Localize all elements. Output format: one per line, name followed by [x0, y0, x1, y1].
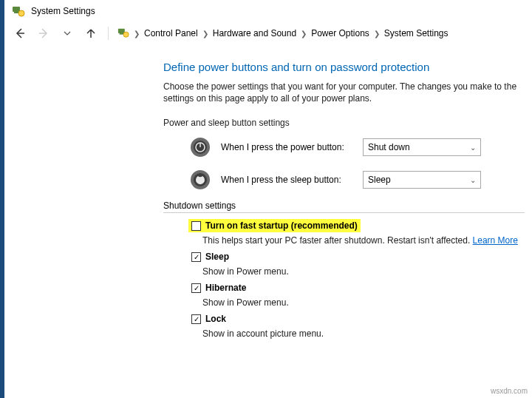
- lock-row: ✓ Lock: [188, 312, 525, 326]
- window-title: System Settings: [31, 6, 95, 16]
- sleep-button-dropdown[interactable]: Sleep ⌄: [363, 171, 481, 189]
- chevron-right-icon: ❯: [374, 30, 380, 38]
- fast-startup-desc: This helps start your PC faster after sh…: [202, 235, 525, 246]
- dropdown-value: Sleep: [368, 175, 391, 185]
- sleep-title: Sleep: [205, 252, 229, 262]
- chevron-right-icon: ❯: [134, 30, 140, 38]
- hibernate-row: ✓ Hibernate: [188, 281, 525, 294]
- hibernate-checkbox[interactable]: ✓: [191, 283, 201, 293]
- shutdown-heading: Shutdown settings: [163, 200, 525, 213]
- power-options-icon: [117, 27, 129, 41]
- sleep-row: ✓ Sleep: [188, 250, 525, 263]
- up-button[interactable]: [83, 25, 99, 41]
- nav-toolbar: ❯ Control Panel ❯ Hardware and Sound ❯ P…: [4, 22, 532, 47]
- forward-button[interactable]: [35, 25, 52, 41]
- page-title: Define power buttons and turn on passwor…: [163, 61, 525, 73]
- titlebar: System Settings: [4, 0, 532, 22]
- learn-more-link[interactable]: Learn More: [473, 235, 518, 246]
- breadcrumb: ❯ Control Panel ❯ Hardware and Sound ❯ P…: [117, 27, 449, 41]
- fast-startup-title: Turn on fast startup (recommended): [205, 220, 358, 231]
- fast-startup-row: Turn on fast startup (recommended): [188, 219, 361, 232]
- svg-rect-5: [118, 28, 125, 33]
- sleep-button-label: When I press the sleep button:: [221, 175, 354, 185]
- dropdown-value: Shut down: [368, 142, 410, 152]
- svg-rect-0: [13, 7, 20, 12]
- breadcrumb-item[interactable]: Hardware and Sound: [213, 28, 296, 38]
- chevron-right-icon: ❯: [301, 30, 307, 38]
- breadcrumb-item[interactable]: System Settings: [384, 28, 449, 38]
- power-button-label: When I press the power button:: [221, 142, 354, 152]
- power-button-row: When I press the power button: Shut down…: [188, 135, 525, 159]
- lock-title: Lock: [205, 314, 226, 324]
- power-options-icon: [12, 4, 25, 18]
- power-button-dropdown[interactable]: Shut down ⌄: [363, 138, 481, 156]
- sleep-checkbox[interactable]: ✓: [191, 252, 201, 262]
- svg-point-2: [18, 10, 24, 16]
- sleep-icon: [188, 168, 212, 192]
- sleep-button-row: When I press the sleep button: Sleep ⌄: [188, 168, 525, 192]
- watermark: wsxdn.com: [491, 387, 528, 395]
- lock-desc: Show in account picture menu.: [202, 328, 525, 339]
- chevron-down-icon: ⌄: [470, 144, 476, 152]
- sleep-desc: Show in Power menu.: [202, 266, 525, 277]
- main-content: Define power buttons and turn on passwor…: [4, 47, 532, 351]
- power-icon: [188, 135, 212, 159]
- hibernate-title: Hibernate: [205, 283, 246, 293]
- page-subtitle: Choose the power settings that you want …: [163, 81, 525, 104]
- chevron-right-icon: ❯: [202, 30, 208, 38]
- power-sleep-heading: Power and sleep button settings: [163, 118, 525, 128]
- svg-rect-6: [120, 33, 123, 34]
- breadcrumb-item[interactable]: Control Panel: [144, 28, 198, 38]
- hibernate-desc: Show in Power menu.: [202, 297, 525, 308]
- back-button[interactable]: [12, 25, 28, 41]
- chevron-down-icon: ⌄: [470, 176, 476, 184]
- lock-checkbox[interactable]: ✓: [191, 314, 201, 324]
- breadcrumb-item[interactable]: Power Options: [311, 28, 369, 38]
- recent-dropdown-icon[interactable]: [59, 25, 75, 41]
- svg-point-7: [123, 32, 129, 37]
- fast-startup-checkbox[interactable]: [191, 221, 201, 231]
- separator: [108, 27, 109, 40]
- svg-rect-1: [14, 12, 18, 13]
